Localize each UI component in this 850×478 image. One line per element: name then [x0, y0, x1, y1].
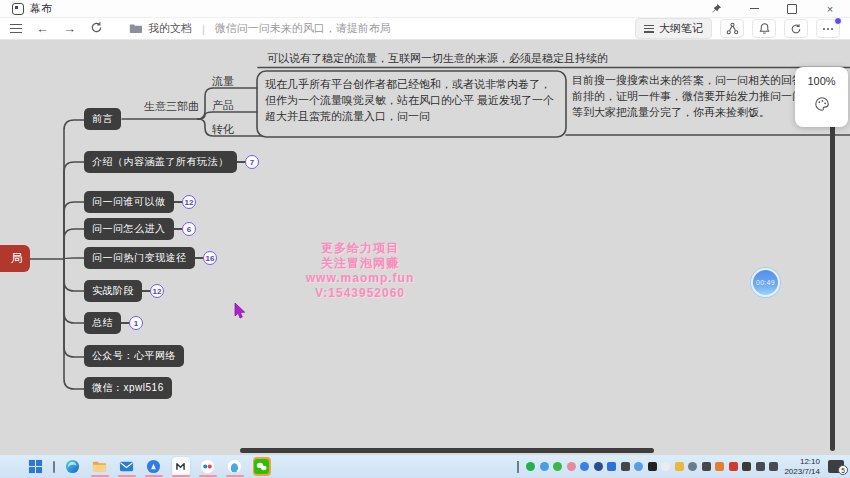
desktop-screen: 幕布 × ← → 我的文档 | 微信问一问未来的风口，请提前布局 大纲笔记: [0, 0, 850, 478]
mindmap-node[interactable]: 微信：xpwl516: [84, 377, 172, 399]
running-indicator: [172, 475, 190, 477]
collapsed-count-badge[interactable]: 7: [245, 155, 259, 169]
refresh-icon[interactable]: [90, 21, 103, 36]
collapsed-count-badge[interactable]: 12: [182, 195, 196, 209]
vertical-scrollbar[interactable]: [830, 85, 835, 451]
taskbar-meeting-icon[interactable]: [199, 457, 217, 476]
collapsed-count-badge[interactable]: 6: [182, 222, 196, 236]
mindmap-node[interactable]: 前言: [84, 108, 121, 130]
running-indicator: [226, 475, 244, 477]
notifications-bell-icon[interactable]: [752, 19, 776, 38]
watermark: 更多给力项目关注冒泡网赚www.maomp.funV:1543952060: [295, 241, 425, 301]
theme-palette-icon[interactable]: [814, 96, 830, 116]
app-toolbar: ← → 我的文档 | 微信问一问未来的风口，请提前布局 大纲笔记: [0, 18, 850, 40]
maximize-button[interactable]: [786, 3, 798, 15]
horizontal-scrollbar[interactable]: [240, 448, 654, 453]
taskbar-clock[interactable]: 12:10 2023/7/14: [784, 457, 820, 477]
taskbar-photos-icon[interactable]: [145, 457, 163, 476]
windows-taskbar: 12:10 2023/7/14 5: [0, 455, 850, 478]
collapsed-count-badge[interactable]: 16: [203, 251, 217, 265]
tray-separator: [517, 461, 519, 473]
tray-blue-cloud-icon[interactable]: [580, 462, 589, 471]
tray-pink-app-icon[interactable]: [567, 462, 576, 471]
tray-red-w-icon[interactable]: [729, 462, 738, 471]
running-indicator: [91, 475, 109, 477]
mindmap-node[interactable]: 问一问谁可以做: [84, 191, 174, 213]
running-indicator: [199, 475, 217, 477]
back-icon[interactable]: ←: [36, 22, 49, 35]
tray-green-app-icon[interactable]: [526, 462, 535, 471]
mindmap-node[interactable]: 问一问怎么进入: [84, 218, 174, 240]
window-titlebar: 幕布 ×: [0, 0, 850, 18]
recording-time: 00:49: [756, 279, 775, 286]
tray-mic-icon[interactable]: [648, 462, 657, 471]
zoom-level[interactable]: 100%: [807, 75, 835, 87]
clock-date: 2023/7/14: [784, 467, 820, 477]
tray-blue-square-icon[interactable]: [607, 462, 616, 471]
tray-volume-icon[interactable]: [769, 462, 778, 471]
folder-icon: [129, 23, 142, 34]
menu-icon[interactable]: [10, 24, 22, 33]
taskbar-mail-icon[interactable]: [118, 457, 136, 476]
mindmap-root-node[interactable]: 局: [0, 245, 30, 272]
tray-blue-dot-icon[interactable]: [634, 462, 643, 471]
collab-share-icon[interactable]: [720, 19, 744, 38]
more-menu-icon[interactable]: [816, 19, 840, 38]
taskbar-mubu-icon[interactable]: [172, 457, 190, 476]
branch-edge-label: 生意三部曲: [144, 99, 199, 114]
running-indicator: [118, 475, 136, 477]
tray-shield-icon[interactable]: [675, 462, 684, 471]
clock-time: 12:10: [784, 457, 820, 467]
mubu-logo-icon: [12, 3, 24, 15]
text-node-platform-saturation[interactable]: 现在几乎所有平台创作者都已经饱和，或者说非常内卷了，但作为一个流量嗅觉灵敏，站在…: [265, 77, 557, 125]
pin-icon[interactable]: [710, 3, 722, 15]
breadcrumb-folder[interactable]: 我的文档: [148, 21, 192, 36]
outline-icon: [644, 25, 654, 33]
taskbar-wechat-icon[interactable]: [253, 457, 271, 476]
minimize-button[interactable]: [748, 3, 760, 15]
mindmap-node[interactable]: 公众号：心平网络: [84, 345, 184, 367]
close-button[interactable]: ×: [824, 3, 836, 15]
tray-green-leaf-icon[interactable]: [553, 462, 562, 471]
breadcrumb-doc-title: 微信问一问未来的风口，请提前布局: [215, 21, 391, 36]
sync-icon[interactable]: [784, 19, 808, 38]
branch-item[interactable]: 流量: [212, 74, 234, 89]
mindmap-canvas[interactable]: 局 前言介绍（内容涵盖了所有玩法）7问一问谁可以做12问一问怎么进入6问一问热门…: [0, 41, 850, 455]
running-indicator: [145, 475, 163, 477]
collapsed-count-badge[interactable]: 1: [129, 316, 143, 330]
tray-mubu-tray-icon[interactable]: [621, 462, 630, 471]
tray-white-app-icon[interactable]: [661, 462, 670, 471]
tray-wallet-dark-icon[interactable]: [742, 462, 751, 471]
tray-wifi-icon[interactable]: [756, 462, 765, 471]
mindmap-node[interactable]: 总结: [84, 312, 121, 334]
breadcrumb-separator: |: [202, 23, 205, 35]
tray-phone-icon[interactable]: [702, 462, 711, 471]
notification-icon[interactable]: 5: [828, 460, 844, 473]
text-node-traffic-intro[interactable]: 可以说有了稳定的流量，互联网一切生意的来源，必须是稳定且持续的: [267, 51, 608, 67]
mindmap-node[interactable]: 实战阶段: [84, 280, 142, 302]
tray-navy-app-icon[interactable]: [594, 462, 603, 471]
tray-cloud-gray-icon[interactable]: [688, 462, 697, 471]
outline-note-button[interactable]: 大纲笔记: [635, 18, 712, 39]
zoom-panel: 100%: [795, 67, 848, 127]
tray-speaker-orange-icon[interactable]: [715, 462, 724, 471]
taskbar-divider: [53, 461, 55, 473]
taskbar-start-icon[interactable]: [26, 457, 44, 476]
branch-item[interactable]: 产品: [212, 98, 234, 113]
taskbar-edge-icon[interactable]: [64, 457, 82, 476]
mindmap-node[interactable]: 问一问热门变现途径: [84, 247, 195, 269]
window-title: 幕布: [30, 1, 52, 16]
forward-icon[interactable]: →: [63, 22, 76, 35]
mouse-cursor: [234, 303, 247, 323]
taskbar-file-explorer-icon[interactable]: [91, 457, 109, 476]
notification-count: 5: [838, 465, 848, 475]
update-dot: [834, 17, 842, 25]
branch-item[interactable]: 转化: [212, 122, 234, 137]
tray-blue-sync-icon[interactable]: [540, 462, 549, 471]
collapsed-count-badge[interactable]: 12: [150, 284, 164, 298]
mindmap-node[interactable]: 介绍（内容涵盖了所有玩法）: [84, 151, 237, 173]
taskbar-qq-icon[interactable]: [226, 457, 244, 476]
recording-timer-bubble[interactable]: 00:49: [751, 268, 780, 297]
